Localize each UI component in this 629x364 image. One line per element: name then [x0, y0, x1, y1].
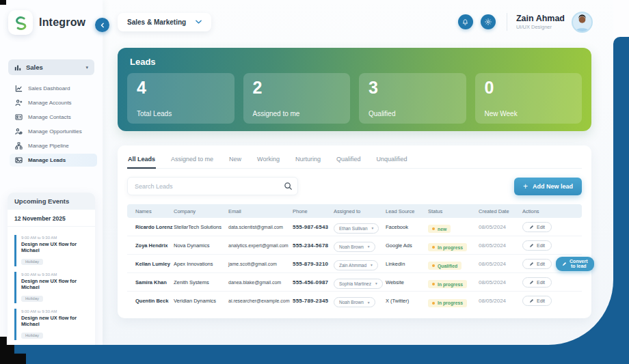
table-row: Samira Khan Zenith Systems danea.blake@g… [127, 273, 582, 292]
assigned-to-value: Noah Brown [339, 244, 364, 249]
convert-to-lead-button[interactable]: Convert to lead [556, 257, 593, 271]
row-actions: Edit [522, 277, 582, 288]
status-label: Qualified [438, 264, 457, 268]
search-icon[interactable] [284, 181, 293, 193]
pencil-icon [529, 262, 534, 266]
background-photo-fragment [0, 0, 6, 5]
column-header: Actions [522, 208, 582, 214]
stat-total-leads: 4 Total Leads [127, 73, 235, 124]
event-time: 9:00 AM to 9:30 AM [21, 236, 88, 240]
column-header: Created Date [479, 208, 522, 214]
sidebar-item-label: Manage Contacts [28, 114, 71, 120]
assigned-to-dropdown[interactable]: Noah Brown▾ [334, 242, 375, 252]
edit-button[interactable]: Edit [522, 277, 552, 288]
settings-button[interactable] [481, 14, 496, 29]
lead-source: Facebook [386, 224, 428, 230]
stat-label: Total Leads [137, 110, 225, 117]
sidebar-item-manage-pipeline[interactable]: Manage Pipeline [0, 139, 103, 152]
user-avatar[interactable] [572, 12, 593, 33]
lead-source: LinkedIn [386, 261, 428, 267]
sidebar-item-manage-contacts[interactable]: Manage Contacts [0, 111, 103, 124]
status-label: In progress [438, 245, 463, 250]
edit-label: Edit [537, 225, 545, 229]
lead-email: danea.blake@gmail.com [228, 280, 293, 285]
edit-button[interactable]: Edit [522, 259, 552, 269]
sidebar-section-sales[interactable]: Sales ▾ [8, 59, 94, 75]
status-label: In progress [438, 282, 463, 287]
topbar-divider [507, 13, 507, 31]
stats-row: 4 Total Leads 2 Assigned to me 3 Qualifi… [127, 73, 582, 124]
column-header: Company [174, 208, 228, 214]
pencil-icon [529, 225, 534, 229]
sidebar-menu: Sales Dashboard Manage Accounts Manage C… [0, 82, 103, 167]
bar-chart-icon [14, 64, 21, 71]
table-row: Kellan Lumley Apex Innovations jame.scot… [127, 255, 582, 273]
sidebar-item-manage-opportunities[interactable]: Manage Opportunities [0, 125, 103, 138]
stat-value: 3 [369, 78, 457, 98]
row-actions: Edit [522, 240, 582, 251]
edit-button[interactable]: Edit [522, 240, 552, 251]
notifications-button[interactable] [458, 14, 473, 29]
lead-name: Zoya Hendrix [135, 242, 174, 249]
status-dot-icon [432, 246, 435, 249]
chevron-down-icon: ▾ [375, 281, 377, 285]
add-new-lead-button[interactable]: + Add New lead [514, 178, 582, 195]
tab-assigned-to-me[interactable]: Assigned to me [170, 150, 214, 168]
chevron-left-icon [100, 23, 105, 28]
table-row: Quentin Beck Veridian Dynamics ai.resear… [127, 292, 582, 310]
sidebar-item-manage-leads[interactable]: Manage Leads [10, 154, 97, 167]
tab-new[interactable]: New [228, 150, 242, 168]
sidebar-item-manage-accounts[interactable]: Manage Accounts [0, 96, 103, 109]
assigned-to-dropdown[interactable]: Noah Brown▾ [334, 297, 375, 307]
event-item[interactable]: 9:00 AM to 9:30 AM Design new UX flow fo… [14, 272, 88, 303]
status-label: In progress [438, 300, 463, 305]
sidebar-item-label: Manage Opportunities [28, 128, 82, 135]
sidebar-item-sales-dashboard[interactable]: Sales Dashboard [0, 82, 103, 95]
lead-name: Kellan Lumley [135, 261, 174, 267]
pencil-icon [562, 262, 567, 266]
column-header: Phone [293, 208, 334, 214]
person-gear-icon [15, 128, 23, 135]
gear-icon [484, 18, 492, 26]
assigned-to-value: Sophia Martinez [339, 281, 371, 286]
tab-nurturing[interactable]: Nurturing [295, 150, 321, 168]
tab-working[interactable]: Working [256, 150, 280, 168]
status-dot-icon [432, 283, 435, 285]
tab-all-leads[interactable]: All Leads [127, 150, 156, 169]
edit-label: Edit [537, 298, 545, 303]
edit-button[interactable]: Edit [522, 296, 552, 306]
status-badge: new [428, 225, 451, 233]
search-input[interactable] [127, 177, 298, 195]
status-badge: In progress [428, 280, 467, 288]
edit-button[interactable]: Edit [522, 222, 552, 232]
tab-unqualified[interactable]: Unqualified [375, 150, 407, 168]
lead-source: Website [386, 279, 428, 285]
event-title: Design new UX flow for Michael [21, 278, 88, 290]
leads-table: Names Company Email Phone Assigned to Le… [127, 204, 582, 310]
assigned-to-dropdown[interactable]: Zain Ahmmad▾ [334, 260, 378, 270]
row-actions: Edit [522, 222, 582, 232]
bell-icon [461, 18, 469, 26]
event-item[interactable]: 9:00 AM to 9:30 AM Design new UX flow fo… [14, 235, 88, 266]
pencil-icon [529, 243, 534, 248]
status-dot-icon [432, 302, 435, 305]
column-header: Assigned to [334, 208, 386, 214]
assigned-to-dropdown[interactable]: Ethan Sullivan▾ [334, 223, 379, 234]
lead-source: X (Twitter) [386, 298, 428, 304]
edit-label: Edit [537, 243, 545, 248]
stat-value: 2 [253, 78, 341, 98]
workspace-dropdown[interactable]: Sales & Marketing [118, 13, 211, 31]
lead-email: ai.researcher@example.com [228, 298, 293, 303]
chevron-down-icon: ▾ [372, 226, 374, 230]
stat-label: Qualified [369, 110, 457, 117]
event-item[interactable]: 9:00 AM to 9:30 AM Design new UX flow fo… [14, 309, 88, 340]
sidebar-collapse-button[interactable] [95, 18, 109, 32]
assigned-to-dropdown[interactable]: Sophia Martinez▾ [334, 279, 383, 289]
event-time: 9:00 AM to 9:30 AM [21, 309, 88, 313]
line-chart-icon [15, 85, 23, 92]
tab-qualified[interactable]: Qualified [336, 150, 362, 168]
hierarchy-icon [15, 142, 23, 150]
table-header: Names Company Email Phone Assigned to Le… [127, 204, 582, 218]
table-row: Zoya Hendrix Nova Dynamics analytics.exp… [127, 236, 582, 255]
lead-phone: 555-456-0987 [293, 279, 334, 285]
